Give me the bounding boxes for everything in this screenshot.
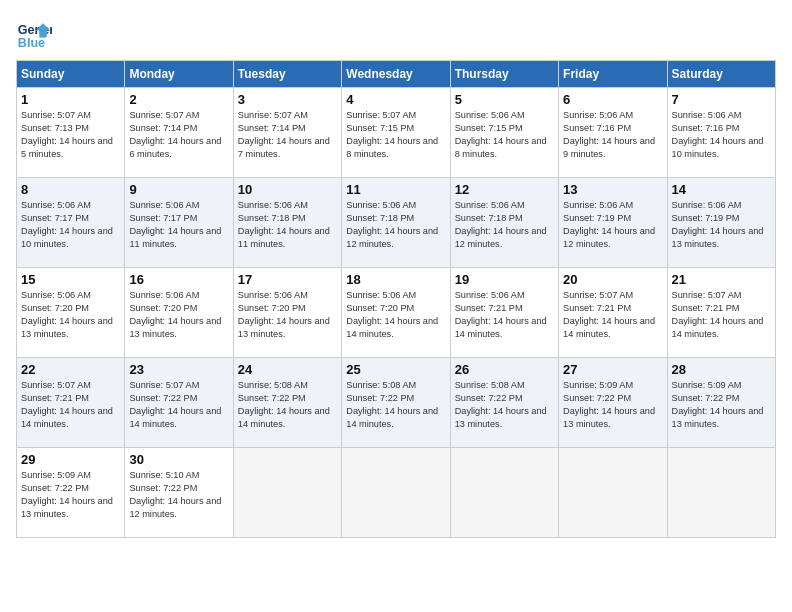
cell-details: Sunrise: 5:06 AMSunset: 7:15 PMDaylight:… [455,109,554,161]
table-row: 19Sunrise: 5:06 AMSunset: 7:21 PMDayligh… [450,268,558,358]
cell-details: Sunrise: 5:06 AMSunset: 7:20 PMDaylight:… [129,289,228,341]
day-number: 5 [455,92,554,107]
header: General Blue [16,16,776,52]
calendar-week-row: 8Sunrise: 5:06 AMSunset: 7:17 PMDaylight… [17,178,776,268]
day-number: 13 [563,182,662,197]
table-row: 17Sunrise: 5:06 AMSunset: 7:20 PMDayligh… [233,268,341,358]
table-row: 8Sunrise: 5:06 AMSunset: 7:17 PMDaylight… [17,178,125,268]
calendar-week-row: 22Sunrise: 5:07 AMSunset: 7:21 PMDayligh… [17,358,776,448]
table-row: 5Sunrise: 5:06 AMSunset: 7:15 PMDaylight… [450,88,558,178]
cell-details: Sunrise: 5:06 AMSunset: 7:20 PMDaylight:… [21,289,120,341]
day-number: 16 [129,272,228,287]
cell-details: Sunrise: 5:07 AMSunset: 7:13 PMDaylight:… [21,109,120,161]
table-row: 9Sunrise: 5:06 AMSunset: 7:17 PMDaylight… [125,178,233,268]
table-row: 15Sunrise: 5:06 AMSunset: 7:20 PMDayligh… [17,268,125,358]
cell-details: Sunrise: 5:09 AMSunset: 7:22 PMDaylight:… [563,379,662,431]
cell-details: Sunrise: 5:08 AMSunset: 7:22 PMDaylight:… [346,379,445,431]
header-row: SundayMondayTuesdayWednesdayThursdayFrid… [17,61,776,88]
table-row: 24Sunrise: 5:08 AMSunset: 7:22 PMDayligh… [233,358,341,448]
table-row: 28Sunrise: 5:09 AMSunset: 7:22 PMDayligh… [667,358,775,448]
day-number: 14 [672,182,771,197]
table-row: 26Sunrise: 5:08 AMSunset: 7:22 PMDayligh… [450,358,558,448]
day-number: 20 [563,272,662,287]
cell-details: Sunrise: 5:06 AMSunset: 7:20 PMDaylight:… [238,289,337,341]
calendar-week-row: 29Sunrise: 5:09 AMSunset: 7:22 PMDayligh… [17,448,776,538]
cell-details: Sunrise: 5:06 AMSunset: 7:20 PMDaylight:… [346,289,445,341]
svg-text:Blue: Blue [18,36,45,50]
cell-details: Sunrise: 5:07 AMSunset: 7:21 PMDaylight:… [21,379,120,431]
table-row: 10Sunrise: 5:06 AMSunset: 7:18 PMDayligh… [233,178,341,268]
day-number: 27 [563,362,662,377]
day-number: 21 [672,272,771,287]
table-row: 30Sunrise: 5:10 AMSunset: 7:22 PMDayligh… [125,448,233,538]
cell-details: Sunrise: 5:08 AMSunset: 7:22 PMDaylight:… [238,379,337,431]
cell-details: Sunrise: 5:07 AMSunset: 7:15 PMDaylight:… [346,109,445,161]
table-row: 23Sunrise: 5:07 AMSunset: 7:22 PMDayligh… [125,358,233,448]
calendar-table: SundayMondayTuesdayWednesdayThursdayFrid… [16,60,776,538]
cell-details: Sunrise: 5:06 AMSunset: 7:16 PMDaylight:… [672,109,771,161]
cell-details: Sunrise: 5:07 AMSunset: 7:14 PMDaylight:… [238,109,337,161]
cell-details: Sunrise: 5:06 AMSunset: 7:18 PMDaylight:… [238,199,337,251]
table-row: 1Sunrise: 5:07 AMSunset: 7:13 PMDaylight… [17,88,125,178]
cell-details: Sunrise: 5:06 AMSunset: 7:18 PMDaylight:… [455,199,554,251]
table-row [450,448,558,538]
day-number: 10 [238,182,337,197]
col-header-friday: Friday [559,61,667,88]
cell-details: Sunrise: 5:10 AMSunset: 7:22 PMDaylight:… [129,469,228,521]
table-row: 13Sunrise: 5:06 AMSunset: 7:19 PMDayligh… [559,178,667,268]
day-number: 11 [346,182,445,197]
table-row: 3Sunrise: 5:07 AMSunset: 7:14 PMDaylight… [233,88,341,178]
day-number: 26 [455,362,554,377]
day-number: 30 [129,452,228,467]
day-number: 1 [21,92,120,107]
cell-details: Sunrise: 5:09 AMSunset: 7:22 PMDaylight:… [672,379,771,431]
col-header-saturday: Saturday [667,61,775,88]
col-header-tuesday: Tuesday [233,61,341,88]
cell-details: Sunrise: 5:06 AMSunset: 7:16 PMDaylight:… [563,109,662,161]
table-row: 21Sunrise: 5:07 AMSunset: 7:21 PMDayligh… [667,268,775,358]
day-number: 19 [455,272,554,287]
day-number: 25 [346,362,445,377]
table-row: 12Sunrise: 5:06 AMSunset: 7:18 PMDayligh… [450,178,558,268]
day-number: 23 [129,362,228,377]
table-row: 2Sunrise: 5:07 AMSunset: 7:14 PMDaylight… [125,88,233,178]
cell-details: Sunrise: 5:06 AMSunset: 7:21 PMDaylight:… [455,289,554,341]
day-number: 2 [129,92,228,107]
cell-details: Sunrise: 5:07 AMSunset: 7:22 PMDaylight:… [129,379,228,431]
cell-details: Sunrise: 5:09 AMSunset: 7:22 PMDaylight:… [21,469,120,521]
day-number: 28 [672,362,771,377]
table-row [559,448,667,538]
day-number: 9 [129,182,228,197]
col-header-thursday: Thursday [450,61,558,88]
table-row: 20Sunrise: 5:07 AMSunset: 7:21 PMDayligh… [559,268,667,358]
logo: General Blue [16,16,52,52]
calendar-week-row: 1Sunrise: 5:07 AMSunset: 7:13 PMDaylight… [17,88,776,178]
col-header-sunday: Sunday [17,61,125,88]
table-row: 16Sunrise: 5:06 AMSunset: 7:20 PMDayligh… [125,268,233,358]
col-header-wednesday: Wednesday [342,61,450,88]
day-number: 18 [346,272,445,287]
day-number: 3 [238,92,337,107]
table-row: 7Sunrise: 5:06 AMSunset: 7:16 PMDaylight… [667,88,775,178]
table-row: 18Sunrise: 5:06 AMSunset: 7:20 PMDayligh… [342,268,450,358]
cell-details: Sunrise: 5:08 AMSunset: 7:22 PMDaylight:… [455,379,554,431]
table-row: 4Sunrise: 5:07 AMSunset: 7:15 PMDaylight… [342,88,450,178]
cell-details: Sunrise: 5:07 AMSunset: 7:21 PMDaylight:… [563,289,662,341]
table-row: 6Sunrise: 5:06 AMSunset: 7:16 PMDaylight… [559,88,667,178]
table-row: 25Sunrise: 5:08 AMSunset: 7:22 PMDayligh… [342,358,450,448]
cell-details: Sunrise: 5:06 AMSunset: 7:17 PMDaylight:… [21,199,120,251]
day-number: 22 [21,362,120,377]
cell-details: Sunrise: 5:06 AMSunset: 7:19 PMDaylight:… [563,199,662,251]
table-row [233,448,341,538]
calendar-week-row: 15Sunrise: 5:06 AMSunset: 7:20 PMDayligh… [17,268,776,358]
table-row [667,448,775,538]
day-number: 24 [238,362,337,377]
cell-details: Sunrise: 5:06 AMSunset: 7:19 PMDaylight:… [672,199,771,251]
col-header-monday: Monday [125,61,233,88]
table-row: 11Sunrise: 5:06 AMSunset: 7:18 PMDayligh… [342,178,450,268]
day-number: 7 [672,92,771,107]
cell-details: Sunrise: 5:07 AMSunset: 7:14 PMDaylight:… [129,109,228,161]
table-row: 22Sunrise: 5:07 AMSunset: 7:21 PMDayligh… [17,358,125,448]
day-number: 8 [21,182,120,197]
day-number: 12 [455,182,554,197]
